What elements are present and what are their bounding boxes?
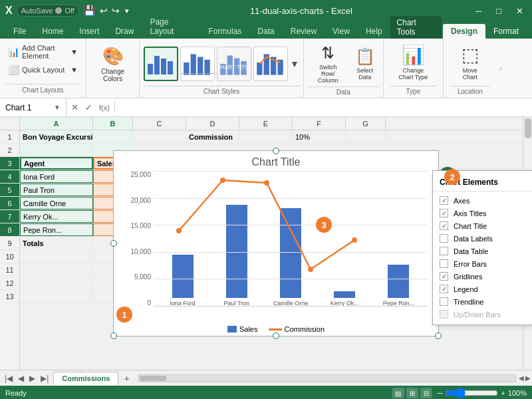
cell-a12[interactable] <box>20 277 93 289</box>
chart-element-data-labels[interactable]: Data Labels <box>433 232 532 245</box>
gridlines-checkbox[interactable] <box>440 272 448 281</box>
chart-resize-handle-top[interactable] <box>273 148 279 154</box>
chart-element-axis-titles[interactable]: Axis Titles <box>433 207 532 219</box>
add-chart-element-btn[interactable]: 📊 Add Chart Element ▼ <box>5 43 80 61</box>
normal-view-btn[interactable]: ▤ <box>392 388 404 398</box>
col-header-f[interactable]: F <box>293 117 346 130</box>
row-num-6[interactable]: 6 <box>0 197 19 210</box>
redo-btn[interactable]: ↪ <box>112 5 120 16</box>
chart-element-data-table[interactable]: Data Table <box>433 245 532 257</box>
chart-container[interactable]: Chart Title 25,000 20,000 15,000 10,000 … <box>113 150 439 336</box>
cell-a4[interactable]: Iona Ford <box>20 170 93 183</box>
name-box[interactable]: Chart 1 ▼ <box>0 98 66 116</box>
change-chart-type-btn[interactable]: 📊 ChangeChart Type <box>396 41 430 86</box>
tab-file[interactable]: File <box>5 24 34 39</box>
row-num-11[interactable]: 11 <box>0 263 19 277</box>
sheet-tab-commissions[interactable]: Commissions <box>53 372 118 385</box>
tab-review[interactable]: Review <box>283 24 325 39</box>
row-num-12[interactable]: 12 <box>0 277 19 290</box>
row-num-8[interactable]: 8 <box>0 223 19 237</box>
legend-checkbox[interactable] <box>440 285 448 293</box>
cell-d1[interactable]: Commission <box>186 130 239 143</box>
sheet-nav-next[interactable]: ▶ <box>27 374 37 383</box>
cell-a5[interactable]: Paul Tron <box>20 184 93 196</box>
axes-checkbox[interactable] <box>440 196 448 205</box>
chart-element-legend[interactable]: Legend <box>433 283 532 295</box>
row-num-9[interactable]: 9 <box>0 237 19 250</box>
col-header-b[interactable]: B <box>93 117 133 130</box>
sheet-nav-first[interactable]: |◀ <box>3 374 15 383</box>
change-colors-btn[interactable]: 🎨 ChangeColors <box>97 44 128 84</box>
chart-element-trendline[interactable]: Trendline <box>433 295 532 308</box>
row-num-13[interactable]: 13 <box>0 290 19 303</box>
style-thumb-4[interactable] <box>253 47 288 81</box>
horizontal-scrollbar[interactable] <box>138 374 516 382</box>
cell-a1[interactable]: Bon Voyage Excursions <box>20 130 93 143</box>
chart-element-error-bars[interactable]: Error Bars <box>433 257 532 270</box>
chart-element-axes[interactable]: Axes <box>433 194 532 207</box>
ribbon-scroll-right[interactable]: › <box>497 39 505 98</box>
row-num-1[interactable]: 1 <box>0 130 19 144</box>
row-num-2[interactable]: 2 <box>0 144 19 157</box>
save-icon[interactable]: 💾 <box>83 5 96 17</box>
sheet-nav-prev[interactable]: ◀ <box>16 374 26 383</box>
error-bars-checkbox[interactable] <box>440 259 448 268</box>
row-num-7[interactable]: 7 <box>0 210 19 223</box>
maximize-btn[interactable]: □ <box>493 5 505 17</box>
chart-resize-handle-left[interactable] <box>110 240 117 247</box>
style-thumb-1[interactable] <box>144 47 178 81</box>
tab-format[interactable]: Format <box>485 24 527 39</box>
tab-home[interactable]: Home <box>34 24 71 39</box>
col-header-e[interactable]: E <box>239 117 293 130</box>
tab-draw[interactable]: Draw <box>107 24 142 39</box>
tab-help[interactable]: Help <box>358 24 390 39</box>
undo-dropdown-icon[interactable]: ▼ <box>124 7 130 15</box>
chart-element-updown-bars[interactable]: Up/Down Bars <box>433 308 532 321</box>
row-num-5[interactable]: 5 <box>0 184 19 197</box>
data-table-checkbox[interactable] <box>440 247 448 255</box>
col-header-g[interactable]: G <box>346 117 386 130</box>
minimize-btn[interactable]: ─ <box>472 5 485 17</box>
scroll-right-btn[interactable]: ▶ <box>525 374 531 382</box>
tab-page-layout[interactable]: Page Layout <box>142 15 200 39</box>
cell-g1[interactable] <box>346 130 386 143</box>
cell-e1[interactable] <box>239 130 293 143</box>
data-labels-checkbox[interactable] <box>440 234 448 243</box>
style-thumb-2[interactable] <box>180 47 215 81</box>
cell-a10[interactable] <box>20 250 93 263</box>
scrollbar-thumb[interactable] <box>525 118 531 138</box>
chart-element-gridlines[interactable]: Gridlines <box>433 270 532 283</box>
tab-formulas[interactable]: Formulas <box>200 24 249 39</box>
chart-title-checkbox[interactable] <box>440 221 448 230</box>
trendline-checkbox[interactable] <box>440 297 448 306</box>
undo-btn[interactable]: ↩ <box>100 5 108 16</box>
formula-function-btn[interactable]: f(x) <box>97 103 112 112</box>
tab-insert[interactable]: Insert <box>71 24 107 39</box>
formula-confirm-btn[interactable]: ✓ <box>83 102 94 113</box>
name-box-dropdown-icon[interactable]: ▼ <box>54 104 61 111</box>
formula-input[interactable] <box>115 98 532 116</box>
move-chart-btn[interactable]: ⬚ MoveChart <box>459 41 481 86</box>
tab-view[interactable]: View <box>325 24 358 39</box>
chart-resize-handle-br[interactable] <box>435 332 442 339</box>
select-data-btn[interactable]: 📋 SelectData <box>351 45 379 83</box>
chart-resize-handle-bl[interactable] <box>110 332 117 339</box>
row-num-4[interactable]: 4 <box>0 170 19 184</box>
cell-a11[interactable] <box>20 263 93 276</box>
style-thumb-3[interactable]: CHART TITLE <box>217 47 251 81</box>
zoom-in-btn[interactable]: + <box>501 389 505 397</box>
cell-a2[interactable] <box>20 144 93 156</box>
cell-a13[interactable] <box>20 290 93 303</box>
col-header-c[interactable]: C <box>133 117 186 130</box>
row-num-3[interactable]: 3 <box>0 157 19 170</box>
zoom-slider-input[interactable] <box>445 388 498 398</box>
switch-row-col-btn[interactable]: ⇅ Switch Row/Column <box>308 41 348 86</box>
tab-data[interactable]: Data <box>249 24 282 39</box>
sheet-add-btn[interactable]: + <box>118 371 134 386</box>
cell-f1[interactable]: 10% <box>293 130 346 143</box>
chart-resize-handle-bottom[interactable] <box>273 332 279 339</box>
cell-b1[interactable] <box>93 130 133 143</box>
page-break-view-btn[interactable]: ⊟ <box>420 388 432 398</box>
row-num-10[interactable]: 10 <box>0 250 19 263</box>
styles-dropdown-icon[interactable]: ▼ <box>290 59 299 69</box>
